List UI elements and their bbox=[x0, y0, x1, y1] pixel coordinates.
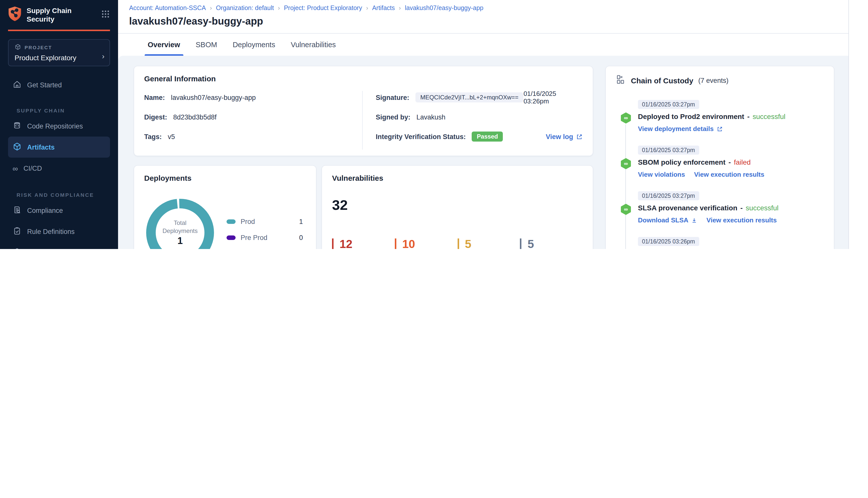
main-area: Account: Automation-SSCA › Organization:… bbox=[118, 0, 848, 249]
severity-critical: 12 CRITICAL bbox=[332, 238, 395, 249]
sidebar-item-get-started[interactable]: Get Started bbox=[0, 74, 118, 95]
integrity-status-label: Integrity Verification Status: bbox=[376, 133, 466, 140]
sidebar-item-remediation-tracker[interactable]: Remediation Tracker bbox=[0, 242, 118, 249]
custody-timeline: ∞ 01/16/2025 03:27pm Deployed to Prod2 e… bbox=[616, 100, 824, 249]
brand-header: Supply Chain Security bbox=[0, 0, 118, 24]
breadcrumb-organization[interactable]: Organization: default bbox=[216, 4, 274, 12]
vulnerabilities-total: 32 bbox=[332, 197, 583, 213]
donut-center-label: Total bbox=[174, 219, 186, 227]
breadcrumb-artifacts[interactable]: Artifacts bbox=[372, 4, 395, 12]
event-timestamp: 01/16/2025 03:26pm bbox=[638, 237, 699, 246]
severity-medium: 5 MEDIUM bbox=[457, 238, 520, 249]
tab-sbom[interactable]: SBOM bbox=[195, 34, 218, 56]
artifact-name: lavakush07/easy-buggy-app bbox=[171, 94, 256, 101]
prod-swatch bbox=[226, 219, 236, 224]
tab-vulnerabilities[interactable]: Vulnerabilities bbox=[290, 34, 337, 56]
tab-deployments[interactable]: Deployments bbox=[232, 34, 276, 56]
tags-label: Tags: bbox=[144, 133, 162, 140]
sidebar-nav: Get Started SUPPLY CHAIN Code Repositori… bbox=[0, 74, 118, 249]
breadcrumb: Account: Automation-SSCA › Organization:… bbox=[118, 0, 848, 12]
view-violations-link[interactable]: View violations bbox=[638, 171, 685, 178]
artifact-digest: 8d23bd3b5d8f bbox=[173, 113, 217, 121]
view-execution-results-link[interactable]: View execution results bbox=[707, 217, 777, 224]
repository-icon bbox=[13, 121, 22, 131]
breadcrumb-separator: › bbox=[362, 4, 372, 12]
event-title: Deployed to Prod2 environment bbox=[638, 113, 744, 120]
harness-pipeline-icon: ∞ bbox=[620, 112, 632, 124]
card-title: Chain of Custody bbox=[631, 76, 693, 84]
signature-label: Signature: bbox=[376, 94, 410, 101]
clipboard-check-icon bbox=[13, 226, 22, 237]
breadcrumb-account[interactable]: Account: Automation-SSCA bbox=[129, 4, 206, 12]
external-link-icon bbox=[576, 133, 583, 140]
right-rail bbox=[848, 0, 868, 249]
sidebar-item-rule-definitions[interactable]: Rule Definitions bbox=[0, 221, 118, 242]
sidebar-item-compliance[interactable]: Compliance bbox=[0, 200, 118, 221]
view-log-link[interactable]: View log bbox=[546, 133, 583, 140]
legend-item-pre-prod[interactable]: Pre Prod 0 bbox=[226, 234, 303, 241]
harness-pipeline-icon: ∞ bbox=[620, 203, 632, 215]
legend-item-prod[interactable]: Prod 1 bbox=[226, 218, 303, 225]
digest-label: Digest: bbox=[144, 113, 167, 121]
breadcrumb-separator: › bbox=[395, 4, 405, 12]
tab-overview[interactable]: Overview bbox=[147, 34, 181, 56]
general-info-right: Signature: MEQCICde2VjIT...bL+2+mqnOXw==… bbox=[362, 91, 583, 149]
pre-prod-swatch bbox=[226, 235, 236, 240]
deployments-card: Deployments Total Deployments 1 bbox=[134, 165, 316, 249]
event-title: SBOM policy enforcement bbox=[638, 158, 726, 166]
card-title: General Information bbox=[144, 74, 583, 83]
breadcrumb-separator: › bbox=[274, 4, 284, 12]
event-timestamp: 01/16/2025 03:27pm bbox=[638, 146, 699, 155]
breadcrumb-current[interactable]: lavakush07/easy-buggy-app bbox=[405, 4, 483, 12]
timeline-event: ∞ 01/16/2025 03:27pm SLSA provenance ver… bbox=[616, 191, 824, 227]
general-information-card: General Information Name: lavakush07/eas… bbox=[134, 66, 593, 156]
status-badge: Passed bbox=[472, 132, 503, 142]
breadcrumb-project[interactable]: Project: Product Exploratory bbox=[284, 4, 362, 12]
signature-value-chip[interactable]: MEQCICde2VjIT...bL+2+mqnOXw== bbox=[415, 92, 524, 102]
name-label: Name: bbox=[144, 94, 165, 101]
cube-icon bbox=[15, 44, 21, 51]
artifacts-cube-icon bbox=[13, 142, 22, 152]
event-status: failed bbox=[734, 158, 751, 166]
download-slsa-link[interactable]: Download SLSA bbox=[638, 217, 698, 224]
download-icon bbox=[691, 217, 698, 223]
artifact-tags: v5 bbox=[168, 133, 175, 140]
module-grid-icon[interactable] bbox=[101, 9, 110, 20]
svg-text:∞: ∞ bbox=[624, 115, 628, 121]
signature-date: 01/16/2025 03:26pm bbox=[523, 90, 583, 105]
events-count: (7 events) bbox=[698, 77, 728, 84]
vulnerabilities-card: Vulnerabilities 32 12 CRITICAL 10 HIGH bbox=[322, 165, 593, 249]
severity-high: 10 HIGH bbox=[395, 238, 458, 249]
view-deployment-details-link[interactable]: View deployment details bbox=[638, 125, 723, 132]
sidebar-item-code-repositories[interactable]: Code Repositories bbox=[0, 116, 118, 136]
tab-bar: Overview SBOM Deployments Vulnerabilitie… bbox=[118, 34, 848, 56]
left-column: General Information Name: lavakush07/eas… bbox=[134, 66, 593, 249]
timeline-event: ∞ 01/16/2025 03:27pm SBOM policy enforce… bbox=[616, 145, 824, 181]
event-status: successful bbox=[753, 113, 786, 120]
external-link-icon bbox=[717, 126, 723, 132]
card-title: Vulnerabilities bbox=[332, 174, 583, 182]
project-selector[interactable]: PROJECT Product Exploratory › bbox=[8, 39, 110, 66]
harness-pipeline-icon: ∞ bbox=[620, 158, 632, 170]
card-title: Deployments bbox=[144, 174, 306, 182]
sidebar-item-cicd[interactable]: ∞ CI/CD bbox=[0, 158, 118, 179]
section-supply-chain: SUPPLY CHAIN bbox=[0, 101, 118, 116]
project-label: PROJECT bbox=[15, 44, 103, 51]
section-risk-compliance: RISK AND COMPLIANCE bbox=[0, 185, 118, 200]
sidebar-item-artifacts[interactable]: Artifacts bbox=[8, 136, 110, 158]
view-execution-results-link[interactable]: View execution results bbox=[694, 171, 764, 178]
event-title: SLSA provenance verification bbox=[638, 204, 737, 212]
brand-accent-divider bbox=[8, 30, 110, 31]
deployments-legend: Prod 1 Pre Prod 0 bbox=[226, 218, 303, 241]
document-search-icon bbox=[13, 205, 22, 215]
deployments-donut-chart: Total Deployments 1 bbox=[145, 197, 216, 249]
remediation-cube-icon bbox=[13, 247, 22, 249]
home-icon bbox=[13, 80, 22, 90]
chevron-right-icon: › bbox=[102, 52, 104, 60]
product-title: Supply Chain Security bbox=[27, 6, 96, 23]
general-info-left: Name: lavakush07/easy-buggy-app Digest: … bbox=[144, 91, 362, 149]
page-header: Account: Automation-SSCA › Organization:… bbox=[118, 0, 848, 34]
breadcrumb-separator: › bbox=[206, 4, 216, 12]
sidebar: Supply Chain Security PROJECT Product Ex… bbox=[0, 0, 118, 249]
svg-text:∞: ∞ bbox=[624, 160, 628, 167]
